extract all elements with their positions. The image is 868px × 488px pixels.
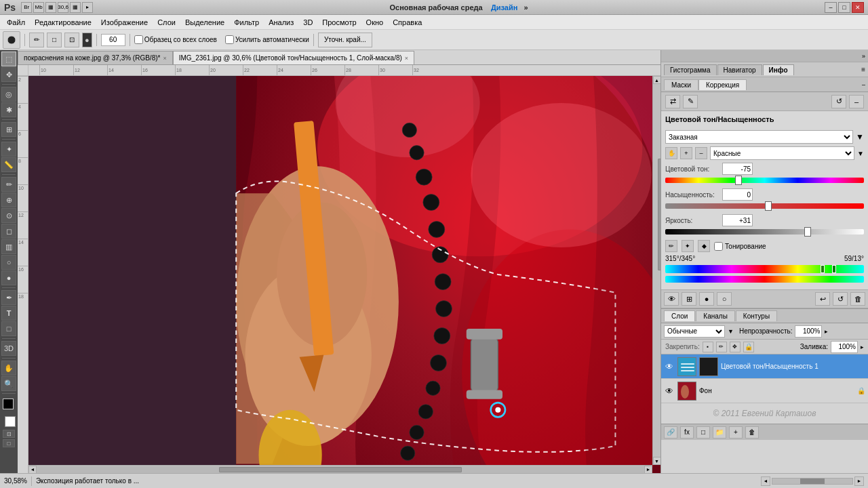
eyedrop-sub-btn[interactable]: –	[695, 147, 707, 159]
preset-select[interactable]: Заказная	[665, 130, 853, 144]
sample-all-checkbox[interactable]	[134, 35, 143, 44]
layer-row-adjustment[interactable]: 👁 Цветовой тон/Насыщенность 1	[661, 354, 868, 379]
pencil-btn[interactable]: ✏	[665, 240, 677, 252]
hand-tool-btn[interactable]: ✋	[665, 147, 677, 159]
refresh-btn[interactable]: ↺	[833, 292, 848, 306]
new-layer-btn[interactable]: +	[729, 426, 743, 439]
spectrum-marker-right[interactable]	[832, 265, 836, 273]
menu-window[interactable]: Окно	[362, 17, 388, 28]
tool-dodge[interactable]: ○	[1, 255, 16, 270]
scroll-right-btn[interactable]: ►	[644, 466, 652, 474]
menu-filter[interactable]: Фильтр	[230, 17, 263, 28]
bri-slider-track[interactable]	[665, 229, 864, 235]
tool-pen[interactable]: ✒	[1, 290, 16, 305]
view-btn[interactable]: ▦	[70, 2, 81, 13]
tool-heal[interactable]: ⊙	[1, 208, 16, 223]
menu-help[interactable]: Справка	[389, 17, 426, 28]
sat-slider-track[interactable]	[665, 203, 864, 209]
tool-shape[interactable]: □	[1, 321, 16, 336]
menu-layers[interactable]: Слои	[153, 17, 180, 28]
mb-btn[interactable]: Mb	[33, 2, 44, 13]
tool-crop[interactable]: ⊞	[1, 122, 16, 137]
tab-paths[interactable]: Контуры	[736, 310, 777, 321]
mask-mode-btn[interactable]: □	[47, 33, 62, 47]
tab-navigator[interactable]: Навигатор	[717, 64, 762, 75]
panel-icon-arrows[interactable]: ⇄	[665, 95, 680, 108]
tool-icon-btn[interactable]	[3, 31, 20, 49]
auto-enhance-checkbox[interactable]	[225, 35, 234, 44]
quick-mask-btn[interactable]: ⊡	[64, 33, 79, 47]
opacity-arrow[interactable]: ▸	[825, 328, 828, 335]
hue-slider-track[interactable]	[665, 178, 864, 183]
channel-select[interactable]: Красные	[710, 146, 854, 160]
tab-correction[interactable]: Коррекция	[698, 79, 747, 90]
add-style-btn[interactable]: fx	[680, 426, 694, 439]
vertical-scrollbar[interactable]: ▲ ▼	[652, 76, 660, 465]
close-btn[interactable]: ✕	[852, 2, 864, 13]
status-left-btn[interactable]: ◄	[761, 476, 770, 486]
fill-input[interactable]	[831, 341, 858, 353]
screen-mode-btn[interactable]: □	[3, 439, 15, 447]
tab-layers[interactable]: Слои	[664, 310, 695, 321]
tool-ruler[interactable]: 📏	[1, 157, 16, 172]
blend-mode-arrow[interactable]: ▼	[728, 328, 734, 335]
tab-img2361-close[interactable]: ×	[405, 55, 408, 62]
lock-image-btn[interactable]: ✏	[716, 342, 727, 352]
scroll-up-btn[interactable]: ▲	[653, 76, 661, 84]
scroll-left-btn[interactable]: ◄	[28, 466, 37, 474]
tool-gradient[interactable]: ▥	[1, 239, 16, 254]
bri-slider-thumb[interactable]	[804, 227, 811, 237]
opacity-input[interactable]	[795, 325, 822, 338]
tool-clone[interactable]: ⊕	[1, 192, 16, 207]
tab-info[interactable]: Инфо	[763, 64, 794, 75]
brush-size-input[interactable]	[101, 34, 125, 46]
mask-square-btn[interactable]: ○	[717, 292, 732, 306]
tab-skin-close[interactable]: ×	[163, 55, 166, 62]
bg-color-swatch[interactable]	[1, 413, 16, 428]
quick-mask-mode-btn[interactable]: ⊡	[3, 430, 15, 438]
tool-brush[interactable]: ✏	[1, 177, 16, 192]
menu-view[interactable]: Просмотр	[318, 17, 360, 28]
menu-image[interactable]: Изображение	[97, 17, 152, 28]
sat-value-input[interactable]	[722, 188, 753, 201]
blend-mode-select[interactable]: Обычные	[664, 325, 725, 338]
zoom-input-btn[interactable]: 30,6	[58, 2, 68, 13]
expand-icon[interactable]: »	[524, 3, 528, 12]
new-group-btn[interactable]: 📁	[713, 426, 726, 439]
tool-zoom[interactable]: 🔍	[1, 376, 16, 391]
canvas-viewport[interactable]: ▲ ▼ ◄ ►	[28, 76, 660, 473]
link-layers-btn[interactable]: 🔗	[664, 426, 677, 439]
spectrum-bar[interactable]	[665, 265, 864, 273]
layer-eye-adjustment[interactable]: 👁	[664, 361, 675, 372]
lock-all-btn[interactable]: 🔒	[743, 342, 754, 352]
layer-row-bg[interactable]: 👁 Фон 🔒	[661, 379, 868, 403]
menu-3d[interactable]: 3D	[299, 17, 317, 28]
menu-edit[interactable]: Редактирование	[31, 17, 96, 28]
hue-value-input[interactable]	[722, 163, 753, 175]
tool-hand[interactable]: ✋	[1, 361, 16, 375]
minimize-btn[interactable]: –	[825, 2, 837, 13]
hue-slider-thumb[interactable]	[735, 176, 742, 185]
menu-select[interactable]: Выделение	[181, 17, 229, 28]
horizontal-scrollbar[interactable]: ◄ ►	[28, 465, 652, 473]
tab-histogram[interactable]: Гистограмма	[664, 64, 717, 75]
spectrum-marker-left[interactable]	[821, 265, 825, 273]
comp-btn[interactable]: ⊞	[682, 292, 696, 306]
sat-slider-thumb[interactable]	[765, 201, 772, 211]
refine-edge-btn[interactable]: Уточн. край...	[318, 33, 372, 47]
tool-eyedropper[interactable]: ✦	[1, 142, 16, 157]
mask-panel-menu-btn[interactable]: –	[862, 81, 865, 88]
layer-eye-bg[interactable]: 👁	[664, 386, 675, 396]
panel-expand-btn[interactable]: »	[862, 53, 865, 60]
status-right-btn[interactable]: ►	[854, 476, 864, 486]
fill-arrow[interactable]: ▸	[861, 344, 864, 350]
tool-text[interactable]: T	[1, 306, 16, 321]
extra-btn[interactable]: ▸	[82, 2, 93, 13]
eyedrop2-btn[interactable]: ✦	[682, 240, 694, 252]
tool-3d[interactable]: 3D	[1, 341, 16, 356]
preset-arrow[interactable]: ▼	[856, 132, 864, 142]
lock-position-btn[interactable]: ✥	[730, 342, 741, 352]
panel-icon-minus[interactable]: –	[849, 95, 864, 108]
bri-value-input[interactable]	[722, 214, 753, 226]
tool-lasso[interactable]: ◎	[1, 87, 16, 102]
